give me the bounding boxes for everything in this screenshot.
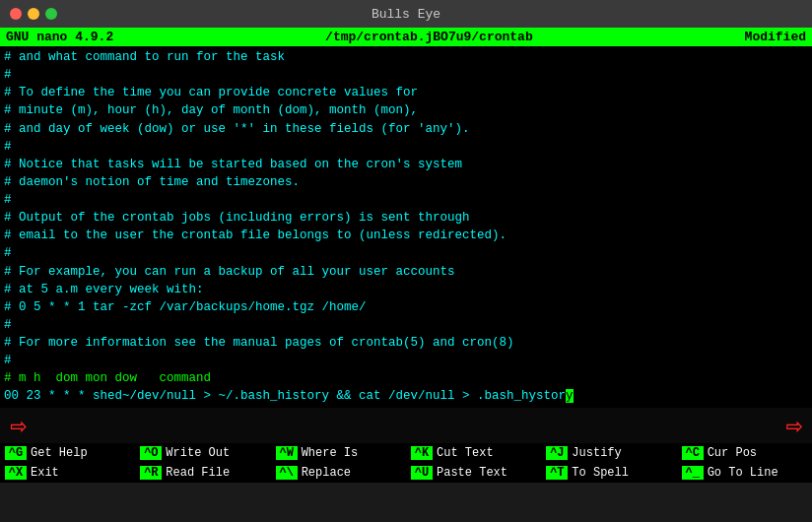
shortcuts-bar: ^GGet Help^OWrite Out^WWhere Is^KCut Tex…: [0, 443, 812, 483]
shortcut-key: ^J: [546, 446, 568, 460]
arrow-right-icon: ⇨: [785, 409, 802, 442]
shortcut-label: Read File: [166, 466, 230, 480]
nano-header: GNU nano 4.9.2 /tmp/crontab.jBO7u9/cront…: [0, 28, 812, 46]
shortcut-key: ^O: [140, 446, 162, 460]
shortcut-key: ^K: [411, 446, 433, 460]
minimize-button[interactable]: [28, 8, 39, 20]
arrow-left-icon: ⇨: [10, 409, 27, 442]
editor-line: # and day of week (dow) or use '*' in th…: [4, 120, 808, 138]
editor-line: # and what command to run for the task: [4, 48, 808, 66]
shortcut-label: Paste Text: [437, 466, 508, 480]
file-path: /tmp/crontab.jBO7u9/crontab: [325, 30, 533, 44]
shortcut-label: Exit: [31, 466, 59, 480]
shortcut-label: Go To Line: [708, 466, 778, 480]
maximize-button[interactable]: [45, 8, 57, 20]
editor-line: # minute (m), hour (h), day of month (do…: [4, 101, 808, 119]
editor-line: # m h dom mon dow command: [4, 369, 808, 387]
window-controls: [10, 8, 57, 20]
shortcut-item[interactable]: ^XExit: [0, 463, 135, 483]
shortcut-item[interactable]: ^OWrite Out: [135, 443, 270, 463]
shortcut-key: ^T: [546, 466, 568, 480]
shortcut-key: ^_: [682, 466, 704, 480]
shortcut-item[interactable]: ^JJustify: [541, 443, 676, 463]
editor-line: # Notice that tasks will be started base…: [4, 156, 808, 173]
shortcut-label: Get Help: [31, 446, 88, 460]
editor-line: #: [4, 191, 808, 209]
editor-line: #: [4, 66, 808, 84]
shortcut-key: ^X: [5, 466, 27, 480]
shortcut-key: ^W: [276, 446, 298, 460]
shortcut-key: ^U: [411, 466, 433, 480]
shortcut-label: Replace: [302, 466, 351, 480]
shortcut-label: Cur Pos: [708, 446, 757, 460]
editor-line: #: [4, 138, 808, 156]
editor-line: # at 5 a.m every week with:: [4, 281, 808, 298]
shortcut-item[interactable]: ^RRead File: [135, 463, 270, 483]
editor-line: # To define the time you can provide con…: [4, 84, 808, 101]
editor-line: # For more information see the manual pa…: [4, 334, 808, 352]
shortcut-label: Cut Text: [437, 446, 494, 460]
shortcut-label: To Spell: [572, 466, 629, 480]
shortcut-item[interactable]: ^GGet Help: [0, 443, 135, 463]
shortcut-item[interactable]: ^UPaste Text: [406, 463, 541, 483]
shortcut-item[interactable]: ^KCut Text: [406, 443, 541, 463]
editor-line: # For example, you can run a backup of a…: [4, 263, 808, 281]
shortcut-item[interactable]: ^TTo Spell: [541, 463, 676, 483]
shortcut-item[interactable]: ^_Go To Line: [677, 463, 812, 483]
editor-line: # 0 5 * * 1 tar -zcf /var/backups/home.t…: [4, 298, 808, 316]
shortcut-item[interactable]: ^CCur Pos: [677, 443, 812, 463]
editor-line: # Output of the crontab jobs (including …: [4, 209, 808, 227]
shortcut-label: Write Out: [166, 446, 230, 460]
editor[interactable]: # and what command to run for the task##…: [0, 46, 812, 408]
window-title: Bulls Eye: [372, 7, 440, 22]
shortcut-key: ^\: [276, 466, 298, 480]
shortcut-label: Justify: [572, 446, 621, 460]
nano-version: GNU nano 4.9.2: [6, 30, 113, 44]
close-button[interactable]: [10, 8, 22, 20]
editor-line: # daemon's notion of time and timezones.: [4, 173, 808, 191]
editor-line: #: [4, 352, 808, 369]
shortcut-key: ^R: [140, 466, 162, 480]
shortcut-item[interactable]: ^\Replace: [271, 463, 406, 483]
editor-line: #: [4, 244, 808, 262]
shortcut-label: Where Is: [302, 446, 359, 460]
shortcut-item[interactable]: ^WWhere Is: [271, 443, 406, 463]
editor-line: 00 23 * * * shed~/dev/null > ~/.bash_his…: [4, 387, 808, 405]
cursor: y: [566, 389, 574, 403]
shortcut-key: ^G: [5, 446, 27, 460]
editor-line: #: [4, 316, 808, 334]
modified-indicator: Modified: [745, 30, 806, 44]
arrow-area: ⇨ ⇨: [0, 408, 812, 443]
shortcut-key: ^C: [682, 446, 704, 460]
titlebar: Bulls Eye: [0, 0, 812, 28]
editor-line: # email to the user the crontab file bel…: [4, 227, 808, 244]
